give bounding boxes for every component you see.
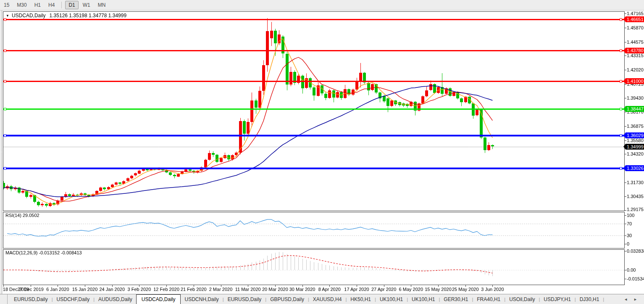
date-axis-label: 8 Apr 2020 — [314, 287, 344, 292]
toolbar-separator — [61, 2, 62, 8]
rsi-scale-label: 100 — [627, 213, 634, 218]
price-tick-label: 1.47165 — [627, 11, 644, 16]
mt4-chart-window: 15M30H1H4D1W1MN ▼USDCAD,Daily1.35126 1.3… — [0, 0, 644, 304]
symbol-tab-ger30-h1[interactable]: GER30,H1 — [440, 294, 472, 304]
price-tick-label: 1.31730 — [627, 180, 644, 185]
rsi-label: RSI(14) 29.0502 — [5, 213, 39, 218]
date-axis-label: 15 May 2020 — [423, 287, 453, 292]
date-axis-label: 30 Mar 2020 — [287, 287, 318, 292]
tab-separator: | — [603, 294, 604, 304]
date-axis-label: 3 Jun 2020 — [477, 287, 507, 292]
macd-scale-label: 0.032838 — [627, 248, 644, 254]
timeframe-button-w1[interactable]: W1 — [79, 1, 94, 9]
symbol-tab-audusd-daily[interactable]: AUDUSD,Daily — [95, 294, 136, 304]
symbol-tab-usdjpy-h1[interactable]: USDJPY,H1 — [540, 294, 574, 304]
tabbar-left-notch — [5, 294, 8, 304]
date-axis-label: 3 Feb 2020 — [124, 287, 154, 292]
symbol-tab-usdcad-daily[interactable]: USDCAD,Daily — [136, 294, 181, 304]
current-price-badge: 1.34999 — [623, 144, 644, 150]
timeframe-toolbar: 15M30H1H4D1W1MN — [0, 0, 644, 11]
symbol-tab-usdchf-daily[interactable]: USDCHF,Daily — [53, 294, 94, 304]
macd-scale-label: -0.015342 — [627, 276, 644, 281]
price-tick-label: 1.44575 — [627, 40, 644, 45]
symbol-tab-eurusd-daily[interactable]: EURUSD,Daily — [224, 294, 265, 304]
price-tick-label: 1.34320 — [627, 151, 644, 156]
chart-ohlc-values: 1.35126 1.35198 1.34778 1.34999 — [50, 13, 127, 19]
symbol-tab-uk100-h1[interactable]: UK100,H1 — [376, 294, 407, 304]
timeframe-button-h4[interactable]: H4 — [45, 1, 58, 9]
date-axis-label: 11 Mar 2020 — [233, 287, 263, 292]
macd-scale-label: 0.00 — [627, 267, 636, 272]
date-axis-label: 2 Mar 2020 — [206, 287, 236, 292]
timeframe-button-15[interactable]: 15 — [0, 1, 13, 9]
price-tick-label: 1.42020 — [627, 67, 644, 72]
price-line-badge: 1.33026 — [623, 165, 644, 171]
chart-title: ▼USDCAD,Daily1.35126 1.35198 1.34778 1.3… — [6, 13, 126, 19]
symbol-tab-eurusd-daily[interactable]: EURUSD,Daily — [10, 294, 52, 304]
tab-scroll-arrows: ◄► — [624, 294, 644, 304]
price-tick-label: 1.30435 — [627, 194, 644, 199]
rsi-scale-label: 70 — [627, 221, 632, 226]
tab-scroll-left-icon[interactable]: ◄ — [624, 297, 628, 301]
price-line-badge: 1.36029 — [623, 132, 644, 138]
symbol-tab-uk100-h1[interactable]: UK100,H1 — [408, 294, 439, 304]
date-axis-label: 17 Apr 2020 — [342, 287, 372, 292]
timeframe-button-m30[interactable]: M30 — [13, 1, 30, 9]
price-tick-label: 1.45870 — [627, 25, 644, 30]
timeframe-button-d1[interactable]: D1 — [65, 1, 78, 9]
symbol-tab-fra40-h1[interactable]: FRA40,H1 — [473, 294, 504, 304]
symbol-tabbar: EURUSD,Daily|USDCHF,Daily|AUDUSD,DailyUS… — [0, 294, 644, 304]
date-axis-label: 15 Jan 2020 — [70, 287, 100, 292]
price-line-badge: 1.38447 — [623, 106, 644, 112]
price-tick-label: 1.39430 — [627, 95, 644, 100]
symbol-tab-xauusd-h4[interactable]: XAUUSD,H4 — [309, 294, 346, 304]
symbol-tab-usoil-daily[interactable]: USOil,Daily — [505, 294, 539, 304]
date-axis-label: 20 Mar 2020 — [260, 287, 290, 292]
date-axis-label: 6 May 2020 — [396, 287, 426, 292]
date-axis-label: 12 Feb 2020 — [151, 287, 181, 292]
symbol-tab-hk50-h1[interactable]: HK50,H1 — [347, 294, 375, 304]
price-line-badge: 1.41000 — [623, 78, 644, 84]
timeframe-button-mn[interactable]: MN — [95, 1, 109, 9]
symbol-dropdown-icon[interactable]: ▼ — [6, 14, 9, 18]
price-tick-label: 1.36875 — [627, 124, 644, 129]
date-axis-label: 27 Dec 2019 — [16, 287, 46, 292]
symbol-tab-usdcnh-daily[interactable]: USDCNH,Daily — [181, 294, 222, 304]
tab-scroll-right-icon[interactable]: ► — [633, 297, 637, 301]
macd-label: MACD(12,26,9) -0.013152 -0.008413 — [5, 250, 82, 255]
price-tick-label: 1.29175 — [627, 207, 644, 212]
date-axis-label: 27 Apr 2020 — [369, 287, 399, 292]
timeframe-button-h1[interactable]: H1 — [31, 1, 44, 9]
symbol-tab-dj30-h1[interactable]: DJ30,H1 — [576, 294, 603, 304]
date-axis-label: 25 May 2020 — [450, 287, 481, 292]
rsi-scale-label: 30 — [627, 233, 632, 238]
symbol-tab-gbpusd-daily[interactable]: GBPUSD,Daily — [266, 294, 308, 304]
chart-symbol-label: USDCAD,Daily — [12, 13, 46, 19]
date-axis-label: 6 Jan 2020 — [42, 287, 73, 292]
price-tick-label: 1.43315 — [627, 53, 644, 58]
rsi-scale-label: 0 — [627, 241, 629, 246]
date-axis-label: 21 Feb 2020 — [179, 287, 209, 292]
price-line-badge: 1.46651 — [623, 16, 644, 22]
chart-canvas[interactable] — [0, 0, 644, 304]
price-line-badge: 1.43780 — [623, 48, 644, 53]
price-tick-label: 1.35580 — [627, 138, 644, 143]
date-axis-label: 24 Jan 2020 — [97, 287, 127, 292]
